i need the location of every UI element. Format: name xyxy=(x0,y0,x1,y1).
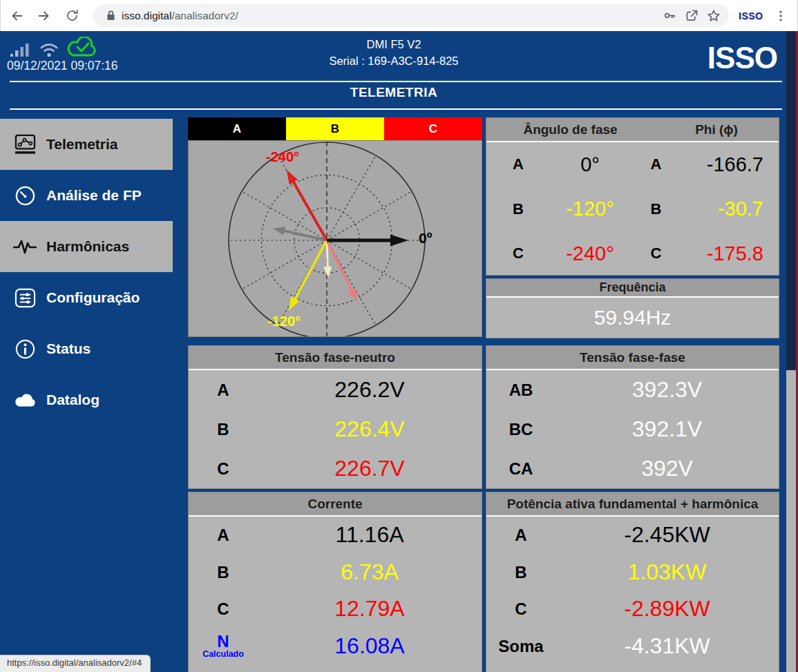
share-icon[interactable] xyxy=(681,5,703,27)
panel-voltage-ln: Tensão fase-neutro A226.2VB226.4VC226.7V xyxy=(188,345,482,489)
angle-row: B-120°B-30.7 xyxy=(486,187,779,232)
phase-value: 11.16A xyxy=(258,522,482,548)
value-row: AB392.3V xyxy=(486,370,779,410)
phase-value: 1.03KW xyxy=(555,559,779,585)
panel-phase-angle: Ângulo de fase Phi (ϕ) A0°A-166.7B-120°B… xyxy=(486,117,779,276)
sidebar-item-status[interactable]: Status xyxy=(0,323,173,374)
phi-value: -175.8 xyxy=(682,242,779,265)
phase-legend: ABC xyxy=(188,117,482,140)
sidebar-item-label: Datalog xyxy=(46,392,99,408)
phase-value: 392.3V xyxy=(555,377,779,403)
phase-label: A xyxy=(189,526,258,544)
panel-title-voltage-ll: Tensão fase-fase xyxy=(486,346,779,370)
value-row: B1.03KW xyxy=(486,554,779,591)
forward-button[interactable] xyxy=(32,4,56,28)
panel-title-active-power: Potência ativa fundamental + harmônica xyxy=(486,492,779,517)
value-row: B226.4V xyxy=(189,410,482,449)
panel-frequency: Frequência 59.94Hz xyxy=(486,278,779,338)
sidebar-item-label: Status xyxy=(46,340,91,357)
isso-extension-icon[interactable]: ISSO xyxy=(739,10,763,21)
legend-phase-c: C xyxy=(384,117,482,140)
app-header: 09/12/2021 09:07:16 DMI F5 V2 Serial : 1… xyxy=(0,31,798,114)
phasor-arrow-voltage-b xyxy=(289,240,327,311)
phase-value: 226.2V xyxy=(258,377,482,403)
sidebar-item-configuracao[interactable]: Configuração xyxy=(0,272,173,323)
header-divider-top xyxy=(10,81,782,82)
waveform-icon xyxy=(12,237,37,256)
isso-logo: ISSO xyxy=(707,41,777,75)
phase-value: 226.4V xyxy=(258,416,482,442)
header-divider-bottom xyxy=(10,108,782,110)
panel-title-angle: Ângulo de fase xyxy=(486,122,654,137)
lock-icon[interactable] xyxy=(106,10,116,21)
phase-label: B xyxy=(189,564,258,581)
value-row: C-2.89KW xyxy=(486,591,779,628)
status-link-tooltip: https://isso.digital/analisadorv2/#4 xyxy=(0,655,151,672)
angle-row: C-240°C-175.8 xyxy=(486,231,779,276)
phase-label: B xyxy=(486,564,555,581)
phase-sublabel: Calculado xyxy=(189,650,258,659)
phase-label: C xyxy=(486,600,555,617)
device-serial: Serial : 169-A3C-914-825 xyxy=(0,55,788,68)
phase-label: C xyxy=(189,600,258,617)
device-model: DMI F5 V2 xyxy=(0,38,788,51)
phase-value: 16.08A xyxy=(258,633,482,659)
panel-voltage-ll: Tensão fase-fase AB392.3VBC392.1VCA392V xyxy=(486,345,779,489)
phase-b-angle-label: -120° xyxy=(267,314,301,329)
cloud-icon xyxy=(12,392,37,409)
value-row: NCalculado16.08A xyxy=(189,628,482,665)
sidebar-item-analise-de-fp[interactable]: Análise de FP xyxy=(0,170,173,221)
value-row: B6.73A xyxy=(189,554,482,591)
phi-phase-label: B xyxy=(630,200,682,218)
value-row: A11.16A xyxy=(189,517,482,554)
angle-row: A0°A-166.7 xyxy=(486,142,779,187)
phasor-canvas xyxy=(189,141,482,336)
value-row: A226.2V xyxy=(189,370,482,410)
phase-value: -2.89KW xyxy=(555,596,779,622)
frequency-value: 59.94Hz xyxy=(486,298,779,338)
phasor-arrow-voltage-a xyxy=(327,235,408,247)
phase-value: 12.79A xyxy=(258,596,482,622)
angle-phase-label: C xyxy=(486,244,550,262)
url-host: isso.digital xyxy=(122,10,171,21)
sliders-icon xyxy=(12,287,37,309)
phi-phase-label: C xyxy=(630,244,682,262)
bookmark-star-icon[interactable] xyxy=(703,5,725,27)
phi-phase-label: A xyxy=(630,155,682,173)
panel-active-power: Potência ativa fundamental + harmônica A… xyxy=(486,492,779,672)
back-button[interactable] xyxy=(5,4,28,28)
phase-value: 392.1V xyxy=(555,416,779,442)
value-row: C226.7V xyxy=(189,449,482,488)
key-icon[interactable] xyxy=(658,5,681,27)
legend-phase-a: A xyxy=(188,117,286,140)
sidebar-item-label: Telemetria xyxy=(46,136,118,153)
phase-value: -2.45KW xyxy=(555,522,779,548)
phasor-diagram: -240° 0º -120° xyxy=(188,140,482,337)
phase-label: CA xyxy=(486,460,555,477)
phase-value: 392V xyxy=(555,456,779,481)
value-row: CA392V xyxy=(486,449,779,488)
panel-current: Corrente A11.16AB6.73AC12.79ANCalculado1… xyxy=(188,492,482,672)
phase-label: Soma xyxy=(486,637,555,655)
sidebar-item-label: Harmônicas xyxy=(46,238,129,255)
legend-phase-b: B xyxy=(286,117,384,140)
panel-title-phi: Phi (ϕ) xyxy=(654,122,779,137)
value-row: BC392.1V xyxy=(486,410,779,449)
address-bar[interactable]: isso.digital/analisadorv2/ xyxy=(93,4,729,27)
sidebar-item-datalog[interactable]: Datalog xyxy=(0,374,173,425)
sidebar-item-label: Configuração xyxy=(46,289,140,306)
phase-label: C xyxy=(189,460,258,477)
phase-label: AB xyxy=(486,381,555,399)
browser-menu-icon[interactable] xyxy=(774,9,788,23)
reload-button[interactable] xyxy=(60,4,84,28)
browser-toolbar: isso.digital/analisadorv2/ ISSO xyxy=(0,0,798,31)
phasor-arrows xyxy=(273,170,408,311)
value-row: A-2.45KW xyxy=(486,517,779,554)
sidebar-item-telemetria[interactable]: Telemetria xyxy=(0,119,173,170)
value-row: C12.79A xyxy=(189,591,482,628)
sidebar-item-harmonicas[interactable]: Harmônicas xyxy=(0,221,173,272)
url-text[interactable]: isso.digital/analisadorv2/ xyxy=(122,10,658,22)
value-row: Soma-4.31KW xyxy=(486,628,779,665)
phasor-arrow-voltage-c xyxy=(287,170,327,240)
phi-value: -30.7 xyxy=(682,198,779,220)
